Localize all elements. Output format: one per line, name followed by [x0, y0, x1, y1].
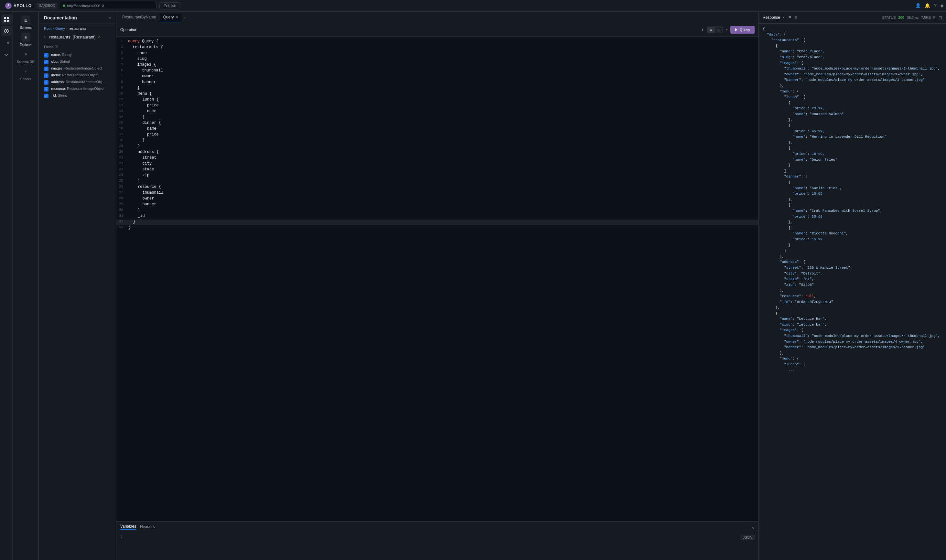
- response-title: Response: [763, 15, 780, 20]
- field-checkbox-resource[interactable]: ✓: [44, 87, 49, 91]
- tab-restaurant-by-name[interactable]: RestaurantByName: [119, 14, 159, 22]
- code-line-33: 33}: [116, 225, 758, 231]
- breadcrumb-sep1: ›: [53, 26, 54, 31]
- nav-schema[interactable]: ◫ Schema: [13, 14, 38, 31]
- field-checkbox-images[interactable]: ✓: [44, 67, 49, 71]
- view-btn-grid[interactable]: ⊞: [715, 27, 723, 33]
- avatar-icon[interactable]: ◉: [941, 3, 943, 8]
- code-line-16: 16 name: [116, 126, 758, 132]
- response-copy-icon[interactable]: ⎘: [934, 15, 936, 20]
- sidebar-item-checks[interactable]: [1, 49, 12, 60]
- svg-rect-3: [7, 20, 9, 22]
- response-size: 7.5KB: [921, 15, 931, 19]
- code-line-7: 7 owner: [116, 74, 758, 80]
- code-line-8: 8 banner: [116, 80, 758, 86]
- tab-add-button[interactable]: +: [182, 15, 188, 20]
- breadcrumb-sep2: ›: [66, 26, 68, 31]
- apollo-logo: A APOLLO: [3, 3, 34, 9]
- url-text: http://localhost:4000/: [67, 4, 100, 8]
- field-name-address: address: RestaurantAddressObj: [51, 80, 102, 84]
- breadcrumb: Root › Query › restaurants: [39, 24, 116, 33]
- code-line-13: 13 name: [116, 109, 758, 115]
- response-view-toggle: ≡ ⊞: [787, 14, 799, 21]
- code-line-5: 5 images {: [116, 62, 758, 68]
- more-options-icon[interactable]: ▾: [726, 28, 728, 32]
- run-query-button[interactable]: Query: [731, 26, 755, 34]
- breadcrumb-root[interactable]: Root: [44, 26, 51, 31]
- field-item-name: ✓ name: String!: [44, 52, 111, 58]
- field-item-id: ✓ _id: String: [44, 92, 111, 99]
- tab-close-icon[interactable]: ✕: [175, 15, 178, 19]
- svg-rect-0: [4, 17, 6, 19]
- fields-info-icon: ⓘ: [55, 45, 58, 49]
- url-settings-icon[interactable]: ⚙: [102, 3, 104, 8]
- response-expand-icon[interactable]: ⊡: [938, 15, 942, 20]
- field-item-images: ✓ images: RestaurantImageObject: [44, 65, 111, 72]
- code-line-31: 31 _id: [116, 214, 758, 220]
- field-checkbox-menu[interactable]: ✓: [44, 73, 49, 78]
- response-chevron-icon[interactable]: ▾: [783, 15, 784, 19]
- nav-checks-label: Checks: [20, 77, 31, 81]
- code-line-17: 17 price: [116, 132, 758, 138]
- view-btn-list[interactable]: ≡: [708, 27, 715, 33]
- code-line-10: 10 menu {: [116, 91, 758, 97]
- json-button[interactable]: JSON: [741, 535, 755, 540]
- response-grid-view-btn[interactable]: ⊞: [794, 14, 799, 21]
- nav-sidebar: ◫ Schema ◎ Explorer ≈ Schema Diff ✓ Chec…: [13, 12, 39, 560]
- tab-query[interactable]: Query ✕: [160, 14, 182, 22]
- code-line-15: 15 dinner {: [116, 121, 758, 126]
- field-item-slug: ✓ slug: String!: [44, 58, 111, 65]
- field-name-slug: slug: String!: [51, 60, 70, 63]
- doc-panel-collapse-icon[interactable]: ◁: [108, 15, 111, 20]
- breadcrumb-query[interactable]: Query: [55, 26, 65, 31]
- bell-icon[interactable]: 🔔: [924, 3, 930, 8]
- code-editor[interactable]: 1query Query { 2 restaurants { 3 name 4 …: [116, 37, 758, 521]
- field-name-images: images: RestaurantImageObject: [51, 66, 102, 70]
- top-bar: A APOLLO SANDBOX http://localhost:4000/ …: [0, 0, 946, 12]
- sidebar-item-explorer[interactable]: [1, 26, 12, 36]
- operation-actions: ⬆ ≡ ⊞ ▾ Query: [701, 26, 755, 34]
- operation-title: Operation: [120, 28, 137, 32]
- publish-button[interactable]: Publish: [159, 2, 180, 9]
- doc-nav-back[interactable]: ←: [44, 34, 46, 40]
- headers-tab[interactable]: Headers: [140, 524, 155, 529]
- code-line-6: 6 thumbnail: [116, 68, 758, 74]
- field-checkbox-id[interactable]: ✓: [44, 94, 49, 98]
- field-item-address: ✓ address: RestaurantAddressObj: [44, 79, 111, 86]
- sidebar-item-schema-diff[interactable]: [1, 37, 12, 48]
- code-line-23: 23 state: [116, 167, 758, 173]
- variables-panel: Variables Headers ⌄ 1 JSON: [116, 521, 758, 560]
- code-line-14: 14 }: [116, 115, 758, 121]
- code-line-26: 26 resource {: [116, 185, 758, 191]
- response-content[interactable]: { "data": { "restaurants": [ { "name": "…: [759, 24, 946, 560]
- variables-tab[interactable]: Variables: [120, 523, 136, 530]
- field-checkbox-address[interactable]: ✓: [44, 80, 49, 85]
- help-icon[interactable]: ?: [934, 3, 937, 8]
- field-checkbox-name[interactable]: ✓: [44, 53, 49, 58]
- field-checkbox-slug[interactable]: ✓: [44, 60, 49, 65]
- icon-sidebar: [0, 12, 13, 560]
- variables-header: Variables Headers ⌄: [116, 522, 758, 532]
- nav-schema-diff[interactable]: ≈ Schema Diff: [13, 49, 38, 65]
- query-panel: RestaurantByName Query ✕ + Operation ⬆ ≡…: [116, 12, 758, 560]
- code-line-2: 2 restaurants {: [116, 45, 758, 51]
- upload-icon[interactable]: ⬆: [701, 26, 705, 33]
- code-line-28: 28 owner: [116, 196, 758, 202]
- variables-collapse-icon[interactable]: ⌄: [752, 524, 755, 529]
- response-list-view-btn[interactable]: ≡: [787, 14, 792, 21]
- code-line-4: 4 slug: [116, 57, 758, 62]
- main-layout: ◫ Schema ◎ Explorer ≈ Schema Diff ✓ Chec…: [0, 12, 946, 560]
- svg-rect-6: [8, 42, 9, 43]
- user-icon[interactable]: 👤: [915, 3, 921, 8]
- code-line-32: 32 }: [116, 220, 758, 225]
- sidebar-item-schema[interactable]: [1, 14, 12, 25]
- documentation-panel: Documentation ◁ Root › Query › restauran…: [39, 12, 116, 560]
- fields-section: Fields ⓘ ✓ name: String! ✓ slug: String!…: [39, 42, 116, 560]
- url-bar[interactable]: http://localhost:4000/ ⚙: [60, 2, 157, 9]
- code-line-25: 25 }: [116, 179, 758, 185]
- apollo-logo-icon: A: [5, 3, 12, 9]
- breadcrumb-current: restaurants: [69, 26, 87, 31]
- nav-schema-label: Schema: [20, 26, 32, 29]
- nav-checks[interactable]: ✓ Checks: [13, 66, 38, 82]
- nav-explorer[interactable]: ◎ Explorer: [13, 31, 38, 48]
